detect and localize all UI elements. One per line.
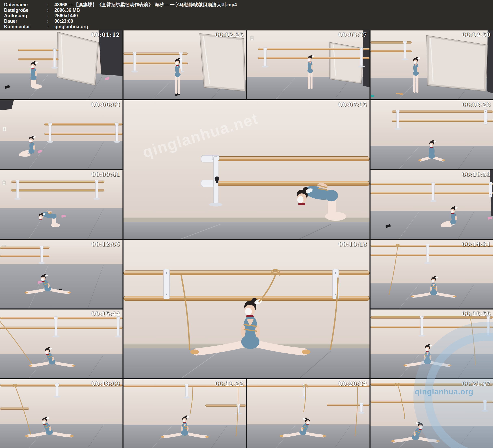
timestamp-badge: 00:12:06 (91, 241, 120, 247)
video-thumbnail: 00:06:03 (0, 100, 123, 169)
thumbnail-scene (123, 31, 246, 99)
timestamp-badge: 00:21:47 (462, 381, 491, 387)
video-thumbnail: 00:03:37 (247, 31, 370, 99)
thumbnail-scene (370, 31, 493, 99)
metadata-row: Auflösung : 2560x1440 (4, 13, 493, 19)
metadata-separator: : (47, 19, 55, 24)
timestamp-badge: 00:16:56 (462, 311, 491, 317)
metadata-label: Auflösung (4, 13, 47, 19)
metadata-value: 2896.36 MB (55, 8, 80, 13)
metadata-value: 48966----【凛凛蝶】《直臂捆绑柔韧动作表演》-海砂— 一字马勒脖啵啵贝崩… (55, 2, 237, 8)
video-thumbnail: 00:01:12 (0, 31, 123, 99)
thumbnail-scene (0, 170, 123, 239)
video-thumbnail: 00:15:44 (0, 310, 123, 378)
metadata-row: Kommentar : qinglanhua.org (4, 24, 493, 29)
thumbnail-scene (247, 31, 370, 99)
thumbnail-scene (123, 240, 370, 378)
thumbnail-scene (0, 31, 123, 99)
thumbnail-scene (370, 170, 493, 239)
thumbnail-scene (370, 379, 493, 448)
thumbnail-scene (370, 310, 493, 378)
video-thumbnail: 00:09:41 (0, 170, 123, 239)
timestamp-badge: 00:15:44 (91, 311, 120, 317)
video-thumbnail: qinglanhua.net 00:07:15 (123, 100, 370, 239)
metadata-separator: : (47, 2, 55, 8)
metadata-separator: : (47, 13, 55, 19)
metadata-label: Dateiname (4, 2, 47, 8)
video-thumbnail: 00:21:47 (370, 379, 493, 448)
timestamp-badge: 00:07:15 (338, 101, 367, 108)
thumbnail-scene (0, 240, 123, 309)
video-thumbnail: 00:18:09 (0, 379, 123, 448)
video-thumbnail: 00:19:22 (123, 379, 246, 448)
thumbnail-scene (0, 100, 123, 169)
timestamp-badge: 00:03:37 (338, 32, 367, 38)
video-thumbnail: 00:20:34 (247, 379, 370, 448)
metadata-label: Dauer (4, 19, 47, 24)
timestamp-badge: 00:20:34 (338, 381, 367, 387)
metadata-row: Dateigröße : 2896.36 MB (4, 8, 493, 13)
video-contact-sheet: Dateiname : 48966----【凛凛蝶】《直臂捆绑柔韧动作表演》-海… (0, 0, 493, 448)
metadata-label: Dateigröße (4, 8, 47, 13)
thumbnail-scene (123, 379, 246, 448)
timestamp-badge: 00:08:28 (462, 101, 491, 108)
metadata-row: Dateiname : 48966----【凛凛蝶】《直臂捆绑柔韧动作表演》-海… (4, 2, 493, 8)
metadata-row: Dauer : 00:23:00 (4, 19, 493, 24)
thumbnail-scene (247, 379, 370, 448)
video-thumbnail: 00:13:18 (123, 240, 370, 378)
metadata-value: qinglanhua.org (55, 24, 88, 29)
thumbnail-scene (0, 310, 123, 378)
metadata-value: 2560x1440 (55, 13, 78, 19)
video-thumbnail: 00:10:53 (370, 170, 493, 239)
metadata-separator: : (47, 24, 55, 29)
thumbnail-scene: qinglanhua.net (123, 100, 370, 239)
timestamp-badge: 00:13:18 (338, 241, 367, 247)
metadata-label: Kommentar (4, 24, 47, 29)
thumbnail-grid: 00:01:12 00:02:25 00:03:37 00:04:50 00:0… (0, 31, 493, 448)
metadata-separator: : (47, 8, 55, 13)
video-thumbnail: 00:16:56 (370, 310, 493, 378)
metadata-value: 00:23:00 (55, 19, 73, 24)
timestamp-badge: 00:14:31 (462, 241, 491, 247)
video-thumbnail: 00:02:25 (123, 31, 246, 99)
timestamp-badge: 00:06:03 (91, 101, 120, 108)
timestamp-badge: 00:02:25 (215, 32, 244, 38)
video-thumbnail: 00:08:28 (370, 100, 493, 169)
timestamp-badge: 00:04:50 (462, 32, 491, 38)
video-thumbnail: 00:04:50 (370, 31, 493, 99)
thumbnail-scene (370, 240, 493, 309)
timestamp-badge: 00:09:41 (91, 171, 120, 178)
timestamp-badge: 00:10:53 (462, 171, 491, 178)
thumbnail-scene (370, 100, 493, 169)
video-thumbnail: 00:12:06 (0, 240, 123, 309)
timestamp-badge: 00:01:12 (91, 32, 120, 38)
thumbnail-scene (0, 379, 123, 448)
timestamp-badge: 00:18:09 (91, 381, 120, 387)
video-thumbnail: 00:14:31 (370, 240, 493, 309)
metadata-header: Dateiname : 48966----【凛凛蝶】《直臂捆绑柔韧动作表演》-海… (0, 0, 493, 31)
timestamp-badge: 00:19:22 (215, 381, 244, 387)
